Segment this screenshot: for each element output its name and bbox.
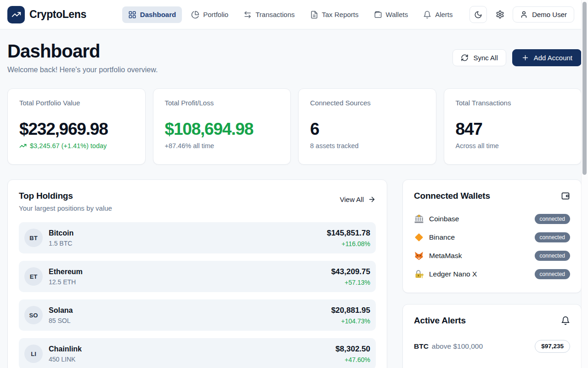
moon-icon	[474, 11, 482, 19]
wallet-status-badge: connected	[535, 251, 570, 261]
stat-sub: 8 assets tracked	[310, 142, 424, 150]
page-subtitle: Welcome back! Here's your portfolio over…	[7, 66, 158, 74]
wallet-row-coinbase: Coinbase connected	[414, 213, 570, 225]
holding-row-bitcoin[interactable]: BT Bitcoin 1.5 BTC $145,851.78 +116.08%	[19, 222, 376, 253]
nav-item-dashboard[interactable]: Dashboard	[122, 6, 182, 23]
wallet-name: Coinbase	[429, 215, 459, 223]
asset-value: $8,302.50	[335, 345, 370, 354]
page-scrollbar[interactable]	[581, 0, 588, 368]
asset-avatar: BT	[24, 229, 43, 247]
user-button[interactable]: Demo User	[513, 6, 574, 23]
wallet-row-ledger: Ledger Nano X connected	[414, 268, 570, 281]
alert-row-btc: BTC above $100,000 $97,235	[414, 340, 570, 353]
nav-item-label: Portfolio	[203, 11, 228, 18]
stat-sub: Across all time	[456, 142, 570, 150]
lock-key-icon	[414, 269, 424, 279]
brand-logo	[7, 6, 25, 23]
asset-change: +104.73%	[331, 317, 370, 325]
dashboard-page: Dashboard Welcome back! Here's your port…	[0, 29, 588, 368]
asset-name: Ethereum	[49, 268, 83, 276]
add-account-label: Add Account	[534, 54, 572, 62]
top-nav: CryptoLens Dashboard Portfolio Transacti…	[0, 0, 588, 29]
plus-icon	[521, 54, 529, 62]
stat-label: Total Transactions	[456, 99, 570, 107]
stat-card-portfolio-value: Total Portfolio Value $232,969.98 $3,245…	[7, 88, 146, 165]
add-account-button[interactable]: Add Account	[512, 49, 582, 66]
wallet-status-badge: connected	[535, 214, 570, 224]
connected-wallets-card: Connected Wallets Coinbase connected	[402, 179, 582, 293]
wallet-minimal-icon	[561, 191, 570, 201]
stat-card-connected-sources: Connected Sources 6 8 assets tracked	[298, 88, 436, 165]
holdings-subtitle: Your largest positions by value	[19, 204, 112, 212]
holding-row-ethereum[interactable]: ET Ethereum 12.5 ETH $43,209.75 +57.13%	[19, 261, 376, 292]
alert-condition: above $100,000	[432, 342, 483, 351]
nav-right-controls: Demo User	[469, 6, 574, 23]
holding-row-solana[interactable]: SO Solana 85 SOL $20,881.95 +104.73%	[19, 299, 376, 331]
sync-all-label: Sync All	[473, 54, 498, 62]
asset-change: +47.60%	[335, 356, 370, 363]
nav-item-label: Tax Reports	[322, 11, 359, 18]
main-nav: Dashboard Portfolio Transactions Tax Rep…	[122, 6, 459, 23]
stat-sub-text: $3,245.67 (+1.41%) today	[30, 142, 107, 150]
fox-icon	[414, 251, 424, 261]
asset-avatar: ET	[24, 267, 43, 286]
user-button-label: Demo User	[532, 11, 567, 18]
wallet-row-binance: Binance connected	[414, 231, 570, 244]
top-holdings-card: Top Holdings Your largest positions by v…	[7, 179, 387, 368]
asset-value: $145,851.78	[327, 229, 370, 238]
wallet-name: MetaMask	[429, 252, 462, 260]
asset-amount: 85 SOL	[49, 317, 73, 324]
asset-amount: 1.5 BTC	[49, 240, 74, 247]
view-all-link[interactable]: View All	[340, 196, 376, 203]
diamond-icon	[414, 232, 424, 242]
asset-change: +116.08%	[327, 240, 370, 247]
wallet-status-badge: connected	[535, 269, 570, 279]
view-all-label: View All	[340, 196, 364, 203]
nav-item-portfolio[interactable]: Portfolio	[185, 6, 234, 23]
asset-avatar: SO	[24, 306, 43, 324]
asset-amount: 12.5 ETH	[49, 278, 83, 286]
nav-item-wallets[interactable]: Wallets	[368, 6, 414, 23]
alert-price-badge: $97,235	[535, 340, 570, 353]
stat-label: Total Portfolio Value	[19, 99, 134, 107]
stat-value: $108,694.98	[165, 120, 279, 139]
user-icon	[520, 11, 528, 18]
nav-item-label: Wallets	[386, 11, 408, 18]
wallet-status-badge: connected	[535, 232, 570, 242]
stat-value: 847	[456, 120, 570, 139]
stat-sub: +87.46% all time	[165, 142, 279, 150]
nav-item-transactions[interactable]: Transactions	[237, 6, 300, 23]
asset-name: Solana	[49, 306, 73, 315]
sync-all-button[interactable]: Sync All	[452, 49, 506, 66]
nav-item-tax-reports[interactable]: Tax Reports	[304, 6, 365, 23]
scrollbar-thumb[interactable]	[582, 2, 587, 175]
asset-value: $20,881.95	[331, 306, 370, 315]
wallet-icon	[374, 11, 382, 19]
holdings-title: Top Holdings	[19, 191, 112, 201]
wallet-name: Binance	[429, 233, 455, 242]
page-title: Dashboard	[7, 41, 158, 62]
nav-item-label: Dashboard	[140, 11, 176, 18]
stat-sub: $3,245.67 (+1.41%) today	[19, 142, 134, 150]
nav-item-label: Alerts	[435, 11, 452, 18]
stat-value: 6	[310, 120, 424, 139]
bank-icon	[414, 214, 424, 224]
brand-name: CryptoLens	[29, 8, 86, 21]
nav-item-alerts[interactable]: Alerts	[417, 6, 458, 23]
arrows-left-right-icon	[243, 11, 252, 19]
brand[interactable]: CryptoLens	[7, 6, 86, 23]
holding-row-chainlink[interactable]: LI Chainlink 450 LINK $8,302.50 +47.60%	[19, 338, 376, 368]
bell-icon	[561, 316, 570, 325]
dashboard-grid-icon	[128, 11, 136, 19]
stat-label: Total Profit/Loss	[165, 99, 279, 107]
settings-button[interactable]	[493, 6, 507, 23]
trending-up-icon	[11, 10, 21, 19]
stat-label: Connected Sources	[310, 99, 424, 107]
gear-icon	[496, 10, 504, 19]
asset-amount: 450 LINK	[49, 356, 82, 363]
theme-toggle-button[interactable]	[469, 6, 487, 23]
stat-card-total-transactions: Total Transactions 847 Across all time	[444, 88, 582, 165]
asset-name: Bitcoin	[49, 229, 74, 237]
refresh-icon	[461, 54, 469, 62]
active-alerts-card: Active Alerts BTC above $100,000 $97,235	[402, 304, 582, 368]
